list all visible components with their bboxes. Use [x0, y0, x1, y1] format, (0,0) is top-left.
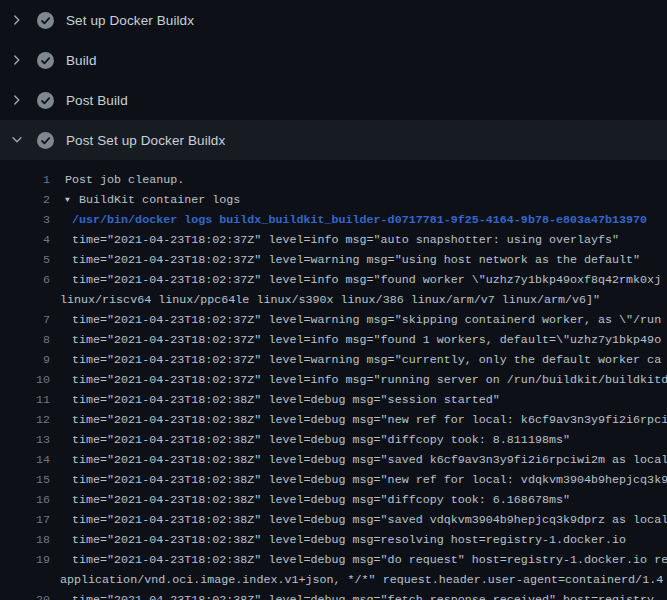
step-row[interactable]: Post Set up Docker Buildx	[0, 120, 667, 160]
log-line-text: time="2021-04-23T18:02:38Z" level=debug …	[72, 430, 570, 450]
line-number[interactable]: 16	[0, 490, 50, 510]
line-number[interactable]: 3	[0, 210, 50, 230]
log-line: 18 time="2021-04-23T18:02:38Z" level=deb…	[0, 530, 667, 550]
line-number[interactable]: 11	[0, 390, 50, 410]
log-line: 17 time="2021-04-23T18:02:38Z" level=deb…	[0, 510, 667, 530]
log-line: application/vnd.oci.image.index.v1+json,…	[0, 570, 667, 590]
line-number[interactable]: 7	[0, 310, 50, 330]
line-number[interactable]: 6	[0, 270, 50, 290]
step-list: Set up Docker Buildx Build Post Build	[0, 0, 667, 160]
log-scroll-area[interactable]: 1 Post job cleanup. 2 ▼BuildKit containe…	[0, 160, 667, 600]
log-line-text: time="2021-04-23T18:02:38Z" level=debug …	[72, 410, 667, 430]
check-circle-icon	[37, 12, 54, 29]
log-line: 7 time="2021-04-23T18:02:37Z" level=warn…	[0, 310, 667, 330]
log-line-text: /usr/bin/docker logs buildx_buildkit_bui…	[72, 210, 647, 230]
chevron-right-icon	[10, 12, 24, 28]
log-line-text: linux/riscv64 linux/ppc64le linux/s390x …	[60, 290, 600, 310]
chevron-right-icon	[10, 52, 24, 68]
line-number	[0, 290, 50, 310]
log-line: 3 /usr/bin/docker logs buildx_buildkit_b…	[0, 210, 667, 230]
log-line-text: time="2021-04-23T18:02:38Z" level=debug …	[72, 550, 667, 570]
line-number[interactable]: 5	[0, 250, 50, 270]
log-line-text: time="2021-04-23T18:02:37Z" level=warnin…	[72, 250, 640, 270]
log-line: 4 time="2021-04-23T18:02:37Z" level=info…	[0, 230, 667, 250]
chevron-right-icon	[10, 92, 24, 108]
line-number	[0, 570, 50, 590]
log-line: 11 time="2021-04-23T18:02:38Z" level=deb…	[0, 390, 667, 410]
step-title: Set up Docker Buildx	[66, 13, 194, 28]
step-row[interactable]: Build	[0, 40, 667, 80]
log-line-text: time="2021-04-23T18:02:38Z" level=debug …	[72, 530, 626, 550]
line-number[interactable]: 20	[0, 590, 50, 600]
line-number[interactable]: 14	[0, 450, 50, 470]
log-line-text: time="2021-04-23T18:02:38Z" level=debug …	[72, 470, 667, 490]
log-line-text: time="2021-04-23T18:02:38Z" level=debug …	[72, 510, 667, 530]
log-line: 9 time="2021-04-23T18:02:37Z" level=warn…	[0, 350, 667, 370]
line-number[interactable]: 18	[0, 530, 50, 550]
log-line: 5 time="2021-04-23T18:02:37Z" level=warn…	[0, 250, 667, 270]
log-line: 10 time="2021-04-23T18:02:37Z" level=inf…	[0, 370, 667, 390]
log-line-text: Post job cleanup.	[65, 170, 184, 190]
line-number[interactable]: 12	[0, 410, 50, 430]
log-line: 8 time="2021-04-23T18:02:37Z" level=info…	[0, 330, 667, 350]
log-line: 6 time="2021-04-23T18:02:37Z" level=info…	[0, 270, 667, 290]
line-number[interactable]: 19	[0, 550, 50, 570]
log-line: 1 Post job cleanup.	[0, 170, 667, 190]
log-line: 19 time="2021-04-23T18:02:38Z" level=deb…	[0, 550, 667, 570]
step-title: Post Build	[66, 93, 128, 108]
log-line: 13 time="2021-04-23T18:02:38Z" level=deb…	[0, 430, 667, 450]
log-line: 2 ▼BuildKit container logs	[0, 190, 667, 210]
line-number[interactable]: 10	[0, 370, 50, 390]
log-line: 20 time="2021-04-23T18:02:38Z" level=deb…	[0, 590, 667, 600]
log-line-text: time="2021-04-23T18:02:37Z" level=info m…	[72, 270, 661, 290]
log-line-text: time="2021-04-23T18:02:37Z" level=info m…	[72, 370, 667, 390]
check-circle-icon	[37, 52, 54, 69]
step-title: Build	[66, 53, 97, 68]
log-line: 15 time="2021-04-23T18:02:38Z" level=deb…	[0, 470, 667, 490]
log-line-text: time="2021-04-23T18:02:37Z" level=info m…	[72, 330, 661, 350]
step-row[interactable]: Post Build	[0, 80, 667, 120]
line-number[interactable]: 2	[0, 190, 50, 210]
check-circle-icon	[37, 92, 54, 109]
line-number[interactable]: 17	[0, 510, 50, 530]
log-line-text: time="2021-04-23T18:02:37Z" level=info m…	[72, 230, 619, 250]
log-line: 14 time="2021-04-23T18:02:38Z" level=deb…	[0, 450, 667, 470]
log-line: 16 time="2021-04-23T18:02:38Z" level=deb…	[0, 490, 667, 510]
log-line: linux/riscv64 linux/ppc64le linux/s390x …	[0, 290, 667, 310]
line-number[interactable]: 4	[0, 230, 50, 250]
step-title: Post Set up Docker Buildx	[66, 133, 225, 148]
line-number[interactable]: 13	[0, 430, 50, 450]
log-line-text: time="2021-04-23T18:02:37Z" level=warnin…	[72, 350, 661, 370]
chevron-down-icon	[10, 132, 24, 148]
log-line: 12 time="2021-04-23T18:02:38Z" level=deb…	[0, 410, 667, 430]
log-line-text: time="2021-04-23T18:02:38Z" level=debug …	[72, 490, 570, 510]
log-line-text: time="2021-04-23T18:02:37Z" level=warnin…	[72, 310, 661, 330]
log-line-text: application/vnd.oci.image.index.v1+json,…	[60, 570, 663, 590]
check-circle-icon	[37, 132, 54, 149]
log-group-label[interactable]: BuildKit container logs	[79, 190, 240, 210]
line-number[interactable]: 1	[0, 170, 50, 190]
step-row[interactable]: Set up Docker Buildx	[0, 0, 667, 40]
line-number[interactable]: 15	[0, 470, 50, 490]
line-number[interactable]: 8	[0, 330, 50, 350]
log-line-text: time="2021-04-23T18:02:38Z" level=debug …	[72, 450, 667, 470]
log-line-text: time="2021-04-23T18:02:38Z" level=debug …	[72, 590, 661, 600]
triangle-down-icon[interactable]: ▼	[65, 190, 79, 210]
log-line-text: time="2021-04-23T18:02:38Z" level=debug …	[72, 390, 500, 410]
line-number[interactable]: 9	[0, 350, 50, 370]
